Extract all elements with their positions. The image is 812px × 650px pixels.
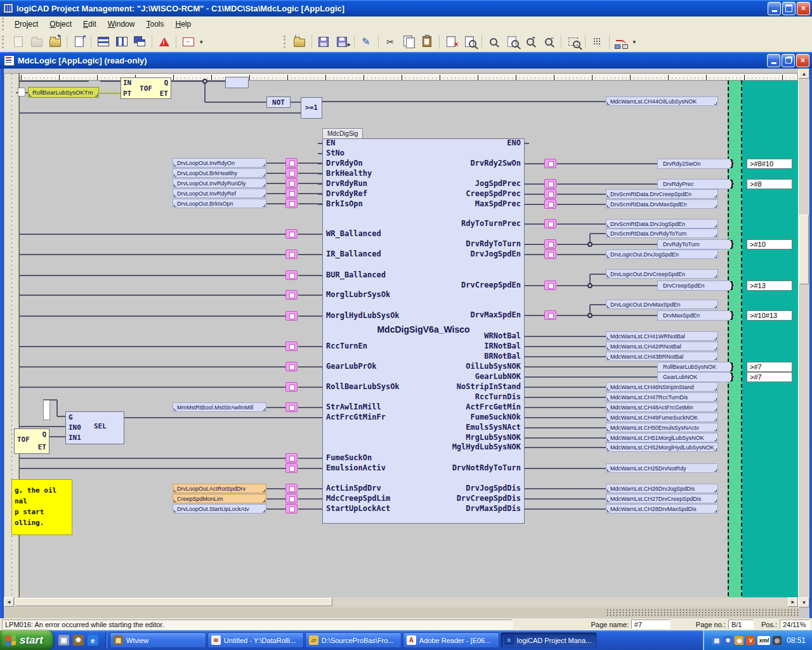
or-block[interactable]: >=1: [301, 97, 322, 119]
taskbar-task[interactable]: ▦Wtview: [110, 632, 206, 648]
save-all-button[interactable]: ▸: [334, 33, 351, 50]
menu-item-edit[interactable]: Edit: [77, 18, 102, 30]
pin-connector[interactable]: [285, 504, 298, 514]
diagram-canvas[interactable]: TOFINPTQETNOT>=1GIN0IN1SELTOFQETRollBear…: [0, 69, 812, 618]
find-errors-button[interactable]: [461, 33, 478, 50]
gutter-scroll-region[interactable]: [606, 609, 799, 616]
pin-connector[interactable]: [285, 453, 298, 463]
zoom-in-button[interactable]: +: [522, 33, 539, 50]
variable-label[interactable]: DrvScmRtData.DrvJogSpdEn: [606, 219, 718, 229]
scroll-thumb[interactable]: [799, 215, 809, 284]
menu-item-window[interactable]: Window: [102, 18, 141, 30]
display-error-icon[interactable]: ✱: [723, 636, 732, 645]
close-button[interactable]: ×: [797, 2, 810, 15]
pin-connector[interactable]: [544, 219, 556, 229]
pin-connector[interactable]: [285, 362, 298, 371]
parent-folder-button[interactable]: ↑: [291, 33, 308, 50]
pin-connector[interactable]: [285, 249, 298, 259]
comment-note[interactable]: g, the oilnalp startolling.: [11, 479, 72, 535]
window-view-button[interactable]: [180, 33, 197, 50]
variable-label[interactable]: MmMstRtBool.MstStrAwlInMill: [173, 402, 266, 412]
variable-label[interactable]: DrvLoopOut.StartUpLockAtv: [173, 504, 266, 514]
scroll-left-button[interactable]: ◄: [4, 597, 14, 607]
new-document-button[interactable]: [10, 33, 27, 50]
page-connector-label[interactable]: DrvCreepSpdEn: [657, 281, 735, 291]
sel-block[interactable]: GIN0IN1SEL: [65, 411, 124, 444]
variable-label[interactable]: DrvLoopOut.ActRotSpdDrv: [173, 484, 266, 493]
vertical-scrollbar[interactable]: ▲▼: [798, 69, 809, 607]
taskbar-task[interactable]: AAdobe Reader - [E06...: [403, 632, 499, 648]
variable-label[interactable]: DrvScmRtData.DrvCreepSpdEn: [606, 189, 718, 199]
taskbar-task[interactable]: ≡logiCAD Project Mana...: [501, 632, 597, 648]
zoom-window-button[interactable]: [485, 33, 502, 50]
variable-label[interactable]: MdcWarnLst.CH48ActFrcGetMin: [606, 402, 718, 412]
xml-icon[interactable]: xml: [757, 636, 770, 645]
taskbar-task[interactable]: ▱D:\SourceProBas\Fro...: [305, 632, 402, 648]
pin-connector[interactable]: [285, 311, 298, 321]
save-button[interactable]: [315, 33, 332, 50]
menu-item-object[interactable]: Object: [44, 18, 77, 30]
error-check-button[interactable]: [155, 33, 173, 50]
taskbar-task[interactable]: ≋Untitled - Y:\DataRolli...: [207, 632, 304, 648]
variable-label[interactable]: DrvLoopOut.InvRdyRef: [173, 189, 266, 198]
variable-label[interactable]: DrvLoopOut.BrkIsOpn: [173, 199, 266, 208]
pin-connector[interactable]: [285, 463, 298, 473]
pin-connector[interactable]: [285, 189, 298, 198]
media-icon[interactable]: ◎: [773, 636, 782, 645]
messenger-icon[interactable]: ❋: [73, 635, 84, 646]
variable-label[interactable]: MdcWarnLst.CH49FumeSuckNOK: [606, 413, 718, 422]
page-connector-label[interactable]: GearLubNOK: [657, 372, 735, 382]
scroll-up-button[interactable]: ▲: [799, 69, 809, 79]
variable-label[interactable]: DrvLoopOut.InvRdyRunDly: [173, 178, 266, 188]
scroll-thumb[interactable]: [15, 598, 332, 606]
tile-vertical-button[interactable]: [113, 33, 130, 50]
fb-instance-tab[interactable]: MdcDigSig: [322, 128, 363, 139]
variable-label[interactable]: MdcWarnLst.CH44OilLubSysNOK: [606, 96, 718, 106]
pin-connector[interactable]: [285, 158, 298, 168]
not-block[interactable]: NOT: [266, 96, 291, 108]
pin-connector[interactable]: [285, 484, 298, 493]
variable-label[interactable]: MdcWarnLst.CH43BRNotBal: [606, 352, 718, 361]
pin-connector[interactable]: [285, 229, 298, 239]
delete-object-button[interactable]: ×: [443, 33, 460, 50]
variable-label[interactable]: CreepSpdMonLim: [173, 494, 266, 503]
network-icon[interactable]: ▤: [712, 636, 721, 645]
scroll-right-button[interactable]: ►: [788, 597, 798, 607]
variable-label[interactable]: DrvLoopOut.BrkHealthy: [173, 168, 266, 178]
toolbar-dropdown-caret[interactable]: ▾: [200, 39, 203, 45]
variable-label[interactable]: MdcWarnLst.CH26DrvJogSpdDis: [606, 484, 718, 493]
open-folder-button[interactable]: ↰: [46, 33, 63, 50]
zoom-page-button[interactable]: [504, 33, 521, 50]
variable-label[interactable]: DrvLoopOut.InvRdyOn: [173, 158, 266, 168]
variable-label[interactable]: MdcWarnLst.CH27DrvCreepSpdDis: [606, 494, 718, 503]
pin-connector[interactable]: [544, 310, 556, 320]
pin-connector[interactable]: [285, 168, 298, 178]
variable-label[interactable]: DrvScmRtData.DrvMaxSpdEn: [606, 199, 718, 209]
pin-connector[interactable]: [544, 281, 556, 290]
menu-item-help[interactable]: Help: [169, 18, 197, 30]
variable-label[interactable]: DrvScmRtData.DrvRdyToTurn: [606, 229, 718, 238]
variable-label[interactable]: MdcWarnLst.CH51MorglLubSysNOK: [606, 433, 718, 442]
paste-button[interactable]: [419, 33, 436, 50]
edit-mode-button[interactable]: ✎: [358, 33, 375, 50]
tof-block[interactable]: TOFINPTQET: [121, 77, 171, 99]
zoom-selection-button[interactable]: [565, 33, 582, 50]
maximize-button[interactable]: [782, 2, 796, 15]
pin-connector[interactable]: [544, 199, 556, 209]
variable-label[interactable]: MdcWarnLst.CH47RccTurnDis: [606, 392, 718, 402]
cut-button[interactable]: ✂: [382, 33, 399, 50]
pin-connector[interactable]: [285, 342, 298, 351]
pin-connector[interactable]: [544, 179, 556, 189]
page-connector-label[interactable]: DrvRdyPrec: [657, 179, 735, 189]
variable-label[interactable]: MdcWarnLst.CH28DrvMaxSpdDis: [606, 504, 718, 514]
pin-connector[interactable]: [285, 494, 298, 503]
pin-connector[interactable]: [544, 249, 556, 259]
rollbear-label[interactable]: RollBearLubSysOKTm: [28, 87, 99, 98]
pin-connector[interactable]: [285, 402, 298, 412]
tof-block-2[interactable]: TOFQET: [14, 428, 49, 454]
connection-mode-button[interactable]: [613, 33, 630, 50]
pin-connector[interactable]: [544, 239, 556, 249]
pin-connector[interactable]: [544, 159, 556, 168]
app-icon[interactable]: ▣: [58, 635, 69, 646]
pin-connector[interactable]: [285, 382, 298, 392]
